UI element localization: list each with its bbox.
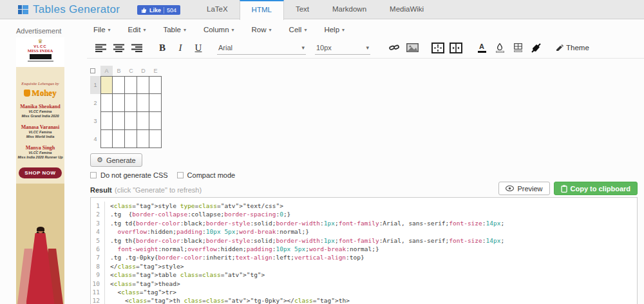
code-line: 4 overflow:hidden;padding:10px 5px;word-… — [91, 227, 637, 236]
preview-button[interactable]: Preview — [498, 182, 549, 195]
menu-table[interactable]: Table▾ — [163, 26, 186, 33]
code-line: 3.tg td{border-color:black;border-style:… — [91, 219, 637, 227]
chevron-down-icon: ▾ — [304, 27, 307, 33]
line-number: 1 — [91, 202, 105, 210]
underline-button[interactable]: U — [191, 41, 205, 55]
theme-button[interactable]: Theme — [556, 44, 589, 52]
cell-B2[interactable] — [113, 94, 125, 112]
font-family-select[interactable]: Arial ▾ — [217, 41, 306, 55]
clear-formatting-icon — [530, 43, 542, 53]
text-color-button[interactable]: A — [475, 41, 489, 55]
chevron-down-icon: ▾ — [184, 27, 186, 33]
options-row: Do not generate CSS Compact mode — [90, 171, 644, 179]
select-all-corner[interactable] — [90, 66, 100, 76]
line-number: 6 — [91, 245, 105, 253]
tab-latex[interactable]: LaTeX — [195, 0, 240, 19]
tab-text[interactable]: Text — [284, 0, 321, 19]
clear-formatting-button[interactable] — [529, 41, 543, 55]
result-label: Result — [90, 186, 112, 194]
copy-to-clipboard-button[interactable]: Copy to clipboard — [554, 182, 638, 195]
insert-link-button[interactable] — [387, 41, 401, 55]
cell-B4[interactable] — [113, 130, 125, 148]
code-line: 10<class="tag">thead> — [91, 280, 637, 288]
cell-C1[interactable] — [125, 76, 137, 94]
tab-markdown[interactable]: Markdown — [321, 0, 378, 19]
cell-B3[interactable] — [113, 112, 125, 130]
column-header-c[interactable]: C — [125, 66, 137, 76]
line-number: 7 — [91, 253, 105, 261]
menu-edit[interactable]: Edit▾ — [128, 26, 146, 33]
cell-C3[interactable] — [125, 112, 137, 130]
split-cell-button[interactable] — [449, 41, 463, 55]
gears-icon: ⚙ — [97, 156, 103, 164]
ad-brand-header: ♛ VLCC MISS INDIA — [16, 37, 64, 67]
cell-D2[interactable] — [137, 94, 149, 112]
menu-column[interactable]: Column▾ — [204, 26, 234, 33]
cell-A2[interactable] — [100, 94, 113, 112]
shop-now-button[interactable]: SHOP NOW — [19, 167, 61, 178]
ad-banner[interactable]: ♛ VLCC MISS INDIA Exquisite Lehengas by … — [16, 37, 64, 304]
result-code-editor[interactable]: 1<class="tag">style type=class="atv">"te… — [90, 197, 638, 304]
cell-E4[interactable] — [149, 130, 162, 148]
chevron-down-icon: ▾ — [269, 27, 272, 33]
chevron-down-icon: ▾ — [301, 44, 305, 51]
checkbox-icon — [177, 172, 184, 178]
italic-button[interactable]: I — [173, 41, 187, 55]
align-center-button[interactable] — [111, 41, 126, 55]
column-header-a[interactable]: A — [100, 66, 113, 76]
merge-cells-button[interactable] — [431, 41, 445, 55]
line-number: 11 — [91, 288, 105, 296]
cell-A3[interactable] — [100, 112, 113, 130]
row-header-2[interactable]: 2 — [90, 94, 100, 112]
no-css-checkbox[interactable]: Do not generate CSS — [90, 171, 168, 179]
mohey-shield-icon — [24, 90, 30, 97]
bold-button[interactable]: B — [155, 41, 169, 55]
insert-image-button[interactable] — [405, 41, 419, 55]
facebook-like-button[interactable]: Like 504 — [137, 5, 180, 15]
compact-mode-checkbox[interactable]: Compact mode — [177, 171, 236, 179]
cell-E3[interactable] — [149, 112, 162, 130]
generate-button[interactable]: ⚙ Generate — [90, 153, 142, 167]
column-header-b[interactable]: B — [113, 66, 125, 76]
menu-cell[interactable]: Cell▾ — [289, 26, 307, 33]
row-header-3[interactable]: 3 — [90, 112, 100, 130]
tab-html[interactable]: HTML — [240, 0, 284, 20]
cell-C4[interactable] — [125, 130, 137, 148]
menu-help[interactable]: Help▾ — [324, 26, 345, 33]
top-header: Tables Generator Like 504 LaTeXHTMLTextM… — [0, 0, 644, 19]
cell-E1[interactable] — [149, 76, 162, 94]
brush-icon — [556, 44, 564, 51]
background-color-button[interactable] — [493, 41, 507, 55]
menu-file[interactable]: File▾ — [93, 26, 111, 33]
ad-brand-line2: MISS INDIA — [28, 48, 53, 53]
chevron-down-icon: ▾ — [366, 44, 369, 51]
tab-mediawiki[interactable]: MediaWiki — [378, 0, 435, 19]
result-hint: (click "Generate" to refresh) — [115, 186, 202, 194]
cell-D1[interactable] — [137, 76, 149, 94]
align-left-button[interactable] — [93, 41, 108, 55]
cell-C2[interactable] — [125, 94, 137, 112]
cell-A1[interactable] — [100, 76, 113, 94]
row-header-4[interactable]: 4 — [90, 130, 100, 148]
border-color-button[interactable] — [511, 41, 525, 55]
code-line: 6 font-weight:normal;overflow:hidden;pad… — [91, 245, 637, 253]
cell-D3[interactable] — [137, 112, 149, 130]
row-header-1[interactable]: 1 — [90, 76, 100, 94]
column-header-e[interactable]: E — [149, 66, 162, 76]
result-header-row: Result (click "Generate" to refresh) Pre… — [90, 181, 638, 195]
cell-D4[interactable] — [137, 130, 149, 148]
result-actions: Preview Copy to clipboard — [498, 182, 638, 195]
code-line: 2.tg {border-collapse:collapse;border-sp… — [91, 210, 637, 218]
menu-bar: File▾Edit▾Table▾Column▾Row▾Cell▾Help▾ — [87, 20, 644, 37]
ad-sponsor-box — [30, 54, 52, 59]
cell-A4[interactable] — [100, 130, 113, 148]
align-right-button[interactable] — [129, 41, 144, 55]
menu-row[interactable]: Row▾ — [252, 26, 272, 33]
cell-B1[interactable] — [113, 76, 125, 94]
column-header-d[interactable]: D — [137, 66, 149, 76]
code-line: 7.tg .tg-0pky{border-color:inherit;text-… — [91, 253, 637, 261]
font-size-select[interactable]: 10px ▾ — [315, 41, 370, 55]
crown-icon: ♛ — [37, 39, 43, 44]
logo[interactable]: Tables Generator — [18, 0, 120, 19]
cell-E2[interactable] — [149, 94, 162, 112]
